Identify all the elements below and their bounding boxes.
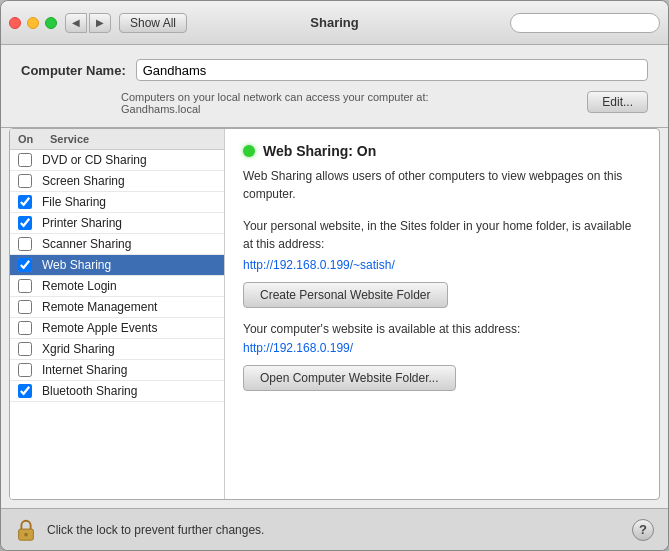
service-row-remote-apple-events[interactable]: Remote Apple Events (10, 318, 224, 339)
search-box[interactable] (510, 13, 660, 33)
search-input[interactable] (519, 16, 651, 30)
network-info: Computers on your local network can acce… (1, 87, 668, 119)
create-personal-website-folder-button[interactable]: Create Personal Website Folder (243, 282, 448, 308)
service-row-web-sharing[interactable]: Web Sharing (10, 255, 224, 276)
main-window: ◀ ▶ Show All Sharing Computer Name: Comp… (0, 0, 669, 551)
open-computer-website-folder-button[interactable]: Open Computer Website Folder... (243, 365, 456, 391)
service-row-remote-management[interactable]: Remote Management (10, 297, 224, 318)
web-sharing-description: Web Sharing allows users of other comput… (243, 167, 641, 203)
service-name-printer-sharing: Printer Sharing (42, 216, 122, 230)
service-checkbox-scanner-sharing[interactable] (18, 237, 32, 251)
maximize-button[interactable] (45, 17, 57, 29)
personal-website-section: Your personal website, in the Sites fold… (243, 217, 641, 272)
computer-name-input[interactable] (136, 59, 648, 81)
help-button[interactable]: ? (632, 519, 654, 541)
computer-site-url-link[interactable]: http://192.168.0.199/ (243, 341, 353, 355)
col-on-header: On (18, 133, 50, 145)
titlebar: ◀ ▶ Show All Sharing (1, 1, 668, 45)
service-checkbox-web-sharing[interactable] (18, 258, 32, 272)
service-name-internet-sharing: Internet Sharing (42, 363, 127, 377)
service-row-scanner-sharing[interactable]: Scanner Sharing (10, 234, 224, 255)
service-row-file-sharing[interactable]: File Sharing (10, 192, 224, 213)
web-sharing-title: Web Sharing: On (263, 143, 376, 159)
show-all-button[interactable]: Show All (119, 13, 187, 33)
back-button[interactable]: ◀ (65, 13, 87, 33)
service-checkbox-printer-sharing[interactable] (18, 216, 32, 230)
service-name-file-sharing: File Sharing (42, 195, 106, 209)
col-service-header: Service (50, 133, 89, 145)
service-checkbox-internet-sharing[interactable] (18, 363, 32, 377)
personal-site-url-link[interactable]: http://192.168.0.199/~satish/ (243, 258, 395, 272)
traffic-lights (9, 17, 57, 29)
service-row-xgrid-sharing[interactable]: Xgrid Sharing (10, 339, 224, 360)
service-checkbox-dvd-cd-sharing[interactable] (18, 153, 32, 167)
computer-name-row: Computer Name: (1, 45, 668, 87)
service-row-screen-sharing[interactable]: Screen Sharing (10, 171, 224, 192)
service-name-dvd-cd-sharing: DVD or CD Sharing (42, 153, 147, 167)
main-content: On Service DVD or CD SharingScreen Shari… (9, 128, 660, 500)
network-info-text: Computers on your local network can acce… (121, 91, 575, 115)
service-checkbox-remote-login[interactable] (18, 279, 32, 293)
service-checkbox-xgrid-sharing[interactable] (18, 342, 32, 356)
service-checkbox-remote-apple-events[interactable] (18, 321, 32, 335)
computer-website-section: Your computer's website is available at … (243, 322, 641, 355)
service-row-dvd-cd-sharing[interactable]: DVD or CD Sharing (10, 150, 224, 171)
service-header: On Service (10, 129, 224, 150)
service-checkbox-screen-sharing[interactable] (18, 174, 32, 188)
bottom-bar: Click the lock to prevent further change… (1, 508, 668, 550)
service-list: DVD or CD SharingScreen SharingFile Shar… (10, 150, 224, 402)
service-row-bluetooth-sharing[interactable]: Bluetooth Sharing (10, 381, 224, 402)
service-name-screen-sharing: Screen Sharing (42, 174, 125, 188)
service-name-web-sharing: Web Sharing (42, 258, 111, 272)
lock-icon[interactable] (15, 518, 37, 542)
service-checkbox-bluetooth-sharing[interactable] (18, 384, 32, 398)
service-name-xgrid-sharing: Xgrid Sharing (42, 342, 115, 356)
web-sharing-header: Web Sharing: On (243, 143, 641, 159)
personal-website-text: Your personal website, in the Sites fold… (243, 217, 641, 253)
nav-buttons: ◀ ▶ (65, 13, 111, 33)
bottom-bar-text: Click the lock to prevent further change… (47, 523, 632, 537)
service-name-remote-login: Remote Login (42, 279, 117, 293)
forward-button[interactable]: ▶ (89, 13, 111, 33)
left-panel: On Service DVD or CD SharingScreen Shari… (10, 129, 225, 499)
service-checkbox-remote-management[interactable] (18, 300, 32, 314)
service-name-remote-management: Remote Management (42, 300, 157, 314)
service-row-remote-login[interactable]: Remote Login (10, 276, 224, 297)
status-dot-green (243, 145, 255, 157)
computer-name-label: Computer Name: (21, 63, 126, 78)
service-name-bluetooth-sharing: Bluetooth Sharing (42, 384, 137, 398)
close-button[interactable] (9, 17, 21, 29)
minimize-button[interactable] (27, 17, 39, 29)
service-row-printer-sharing[interactable]: Printer Sharing (10, 213, 224, 234)
service-row-internet-sharing[interactable]: Internet Sharing (10, 360, 224, 381)
window-title: Sharing (310, 15, 358, 30)
computer-website-text: Your computer's website is available at … (243, 322, 641, 336)
service-name-remote-apple-events: Remote Apple Events (42, 321, 157, 335)
service-name-scanner-sharing: Scanner Sharing (42, 237, 131, 251)
svg-point-1 (24, 532, 28, 536)
right-panel: Web Sharing: On Web Sharing allows users… (225, 129, 659, 499)
service-checkbox-file-sharing[interactable] (18, 195, 32, 209)
edit-button[interactable]: Edit... (587, 91, 648, 113)
